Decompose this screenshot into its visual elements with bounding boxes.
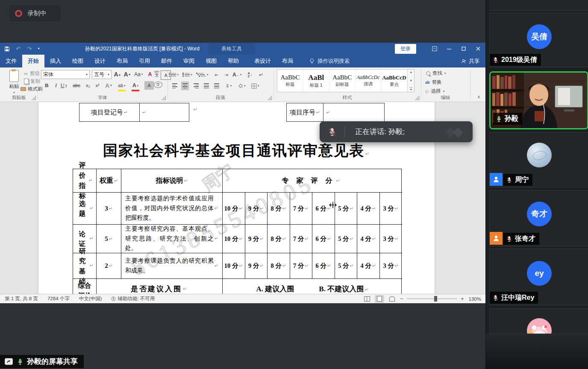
score-cell[interactable]: 8 分: [268, 225, 290, 253]
multilevel-list-button[interactable]: [198, 70, 209, 79]
accessibility-status[interactable]: 辅助功能: 不可用: [106, 296, 159, 302]
copy-button[interactable]: 复制: [24, 78, 40, 85]
sort-button[interactable]: AZ ↓: [246, 70, 254, 79]
bullets-button[interactable]: [171, 70, 179, 79]
style-strong[interactable]: AaBbCcD 要点: [381, 70, 407, 92]
language-indicator[interactable]: 中文(中国): [74, 296, 107, 302]
increase-indent-button[interactable]: ⇥: [222, 70, 230, 79]
font-name-combobox[interactable]: 宋体: [41, 70, 90, 79]
style-heading1[interactable]: AaBl 标题 1: [303, 70, 329, 92]
scroll-down-icon[interactable]: ▼: [409, 79, 412, 82]
enclose-characters-button[interactable]: 字: [154, 82, 162, 88]
scroll-up-icon[interactable]: ▲: [409, 70, 412, 73]
undo-icon[interactable]: ↶: [16, 46, 21, 52]
page-indicator[interactable]: 第 1 页, 共 8 页: [0, 296, 43, 302]
score-cell[interactable]: 4 分: [357, 253, 380, 279]
qat-customize-icon[interactable]: ▾: [38, 47, 39, 50]
minimize-button[interactable]: [442, 43, 456, 55]
score-cell[interactable]: 10 分: [223, 193, 245, 225]
character-shading-button[interactable]: A: [144, 81, 154, 90]
print-layout-button[interactable]: [375, 295, 384, 303]
score-cell[interactable]: 5 分: [335, 193, 358, 225]
score-cell[interactable]: 7 分: [290, 193, 313, 225]
style-title[interactable]: AaBbC 标题: [277, 70, 303, 92]
participant-tile-wuqian[interactable]: 吴倩 2019级吴倩: [489, 13, 588, 67]
participant-tile-zhouning[interactable]: 周宁: [489, 132, 588, 187]
cut-button[interactable]: ✂ 剪切: [24, 70, 40, 77]
tell-me-search[interactable]: 操作说明搜索: [305, 55, 354, 67]
subscript-button[interactable]: x₂: [84, 81, 92, 90]
distribute-button[interactable]: [213, 82, 220, 90]
highlight-color-button[interactable]: ab: [118, 81, 126, 91]
phonetic-guide-button[interactable]: wén文: [153, 70, 161, 78]
score-cell[interactable]: 8 分: [268, 253, 290, 279]
tab-view[interactable]: 视图: [200, 55, 222, 67]
font-size-combobox[interactable]: 五号: [92, 70, 112, 79]
participant-tile-sunyi[interactable]: 孙毅: [489, 71, 588, 129]
borders-button[interactable]: [251, 82, 259, 90]
tab-home[interactable]: 开始: [22, 55, 44, 67]
score-cell[interactable]: 7 分: [290, 225, 313, 253]
find-button[interactable]: 查找 ▾: [426, 70, 446, 76]
text-effects-button[interactable]: A: [105, 81, 112, 90]
tab-table-design[interactable]: 表设计: [249, 55, 276, 67]
italic-button[interactable]: I: [52, 81, 60, 90]
web-layout-button[interactable]: [387, 295, 397, 303]
word-count[interactable]: 7284 个字: [43, 296, 74, 302]
font-color-button[interactable]: A: [132, 81, 139, 91]
justify-button[interactable]: [203, 82, 210, 90]
zoom-slider[interactable]: [407, 299, 457, 299]
change-case-button[interactable]: Aa: [134, 70, 143, 79]
read-mode-button[interactable]: [362, 295, 372, 303]
style-subtitle[interactable]: AaBbC 副标题: [329, 70, 356, 92]
strikethrough-button[interactable]: abc: [73, 81, 80, 90]
tab-insert[interactable]: 插入: [44, 55, 67, 67]
tab-review[interactable]: 审阅: [178, 55, 200, 67]
tab-layout[interactable]: 布局: [111, 55, 133, 67]
score-cell[interactable]: 5 分: [335, 253, 358, 279]
close-button[interactable]: [471, 43, 485, 55]
align-left-button[interactable]: [171, 82, 179, 90]
tab-design[interactable]: 设计: [89, 55, 111, 67]
footer-option-a[interactable]: A. 建议入围: [256, 284, 294, 294]
line-spacing-button[interactable]: ⇕: [225, 82, 232, 90]
character-scaling-button[interactable]: A↔: [232, 70, 241, 79]
tab-references[interactable]: 引用: [133, 55, 156, 67]
serial-number-value[interactable]: [323, 103, 384, 121]
bold-button[interactable]: B: [43, 81, 50, 90]
score-cell[interactable]: 4 分: [357, 193, 380, 225]
score-cell[interactable]: 6 分: [312, 253, 335, 279]
show-marks-button[interactable]: ↵: [257, 70, 265, 79]
score-cell[interactable]: 10 分: [223, 253, 245, 279]
decrease-indent-button[interactable]: ⇤: [213, 70, 220, 79]
maximize-button[interactable]: [456, 43, 471, 55]
score-cell[interactable]: 3 分: [380, 225, 403, 253]
tab-mailings[interactable]: 邮件: [156, 55, 178, 67]
tab-file[interactable]: 文件: [0, 55, 22, 67]
zoom-in-button[interactable]: +: [460, 296, 465, 302]
score-cell[interactable]: 9 分: [245, 225, 268, 253]
score-cell[interactable]: 5 分: [335, 225, 358, 253]
underline-button[interactable]: U: [60, 81, 68, 90]
superscript-button[interactable]: x²: [94, 81, 101, 90]
select-button[interactable]: ▷ 选择 ▾: [426, 88, 444, 94]
style-emphasis[interactable]: AaBbCcDc 强调: [356, 70, 382, 92]
footer-option-b[interactable]: B. 不建议入围: [319, 284, 368, 294]
score-cell[interactable]: 3 分: [380, 253, 403, 279]
styles-dialog-launcher[interactable]: [415, 96, 419, 100]
participant-tile-zhangqicai[interactable]: 奇才 张奇才: [489, 190, 588, 246]
registration-number-value[interactable]: [139, 103, 189, 121]
replace-button[interactable]: ab 替换: [425, 79, 442, 85]
shrink-font-button[interactable]: A▼: [123, 70, 131, 79]
paragraph-dialog-launcher[interactable]: [268, 96, 272, 100]
score-cell[interactable]: 9 分: [245, 193, 268, 225]
tab-help[interactable]: 帮助: [222, 55, 244, 67]
score-cell[interactable]: 8 分: [268, 193, 290, 225]
zoom-slider-handle[interactable]: [434, 296, 437, 302]
participant-tile-partial[interactable]: [489, 308, 588, 334]
sign-in-button[interactable]: 登录: [395, 44, 416, 54]
align-center-button[interactable]: [181, 82, 189, 90]
clipboard-dialog-launcher[interactable]: [32, 96, 36, 100]
score-cell[interactable]: 7 分: [290, 253, 313, 279]
ribbon-display-options-icon[interactable]: [427, 43, 442, 55]
